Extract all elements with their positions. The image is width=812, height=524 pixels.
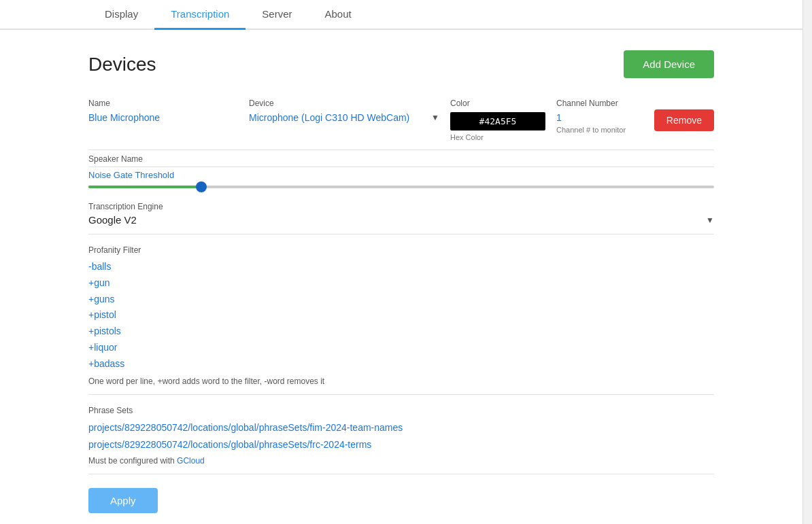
profanity-filter-label: Profanity Filter [88, 245, 714, 255]
device-label: Device [249, 99, 439, 108]
engine-label: Transcription Engine [88, 202, 714, 211]
phrase-list: projects/829228050742/locations/global/p… [88, 419, 714, 453]
list-item: -balls [88, 259, 714, 275]
tab-transcription[interactable]: Transcription [154, 0, 246, 30]
phrase-sets-hint: Must be configured with GCloud [88, 456, 714, 466]
chevron-down-icon: ▼ [431, 113, 439, 122]
list-item: +guns [88, 292, 714, 308]
slider-thumb[interactable] [196, 181, 207, 192]
tab-server[interactable]: Server [246, 0, 308, 30]
phrase-sets-section: Phrase Sets projects/829228050742/locati… [88, 406, 714, 474]
name-value: Blue Microphone [88, 112, 238, 123]
noise-gate-label: Noise Gate Threshold [88, 170, 714, 180]
main-content: Devices Add Device Name Blue Microphone … [0, 30, 802, 524]
tab-display[interactable]: Display [88, 0, 154, 30]
profanity-hint: One word per line, +word adds word to th… [88, 377, 714, 386]
channel-field: Channel Number 1 Channel # to monitor [556, 99, 638, 134]
engine-value: Google V2 [88, 214, 137, 226]
list-item: +badass [88, 356, 714, 372]
slider-fill [88, 186, 201, 188]
channel-value: 1 [556, 112, 638, 123]
engine-select-row[interactable]: Google V2 ▼ [88, 214, 714, 226]
color-label: Color [450, 99, 545, 108]
device-field: Device Microphone (Logi C310 HD WebCam) … [249, 99, 439, 123]
remove-button[interactable]: Remove [654, 109, 714, 131]
list-item: projects/829228050742/locations/global/p… [88, 436, 714, 453]
device-value: Microphone (Logi C310 HD WebCam) [249, 112, 423, 123]
list-item: +pistols [88, 324, 714, 340]
engine-chevron-icon: ▼ [706, 215, 714, 225]
gcloud-link[interactable]: GCloud [177, 456, 205, 466]
noise-gate-slider[interactable] [88, 186, 714, 188]
nav-tabs: Display Transcription Server About [0, 0, 812, 30]
name-field: Name Blue Microphone [88, 99, 238, 123]
page-title-row: Devices Add Device [88, 50, 714, 78]
apply-button[interactable]: Apply [88, 488, 158, 513]
name-label: Name [88, 99, 238, 108]
add-device-button[interactable]: Add Device [624, 50, 714, 78]
noise-gate-section: Noise Gate Threshold [88, 170, 714, 188]
speaker-name-label: Speaker Name [88, 154, 143, 164]
profanity-list: -balls +gun +guns +pistol +pistols +liqu… [88, 259, 714, 372]
list-item: +liquor [88, 340, 714, 356]
profanity-filter-section: Profanity Filter -balls +gun +guns +pist… [88, 245, 714, 395]
list-item: +pistol [88, 307, 714, 324]
device-select-wrapper[interactable]: Microphone (Logi C310 HD WebCam) ▼ [249, 112, 439, 123]
color-box[interactable]: #42A5F5 [450, 112, 545, 130]
hex-color-label: Hex Color [450, 133, 545, 141]
page-title: Devices [88, 54, 156, 75]
color-field: Color #42A5F5 Hex Color [450, 99, 545, 141]
speaker-name-row: Speaker Name [88, 153, 714, 167]
channel-sublabel: Channel # to monitor [556, 126, 638, 134]
list-item: +gun [88, 275, 714, 292]
device-row: Name Blue Microphone Device Microphone (… [88, 99, 714, 150]
scrollbar[interactable] [802, 0, 812, 524]
channel-label: Channel Number [556, 99, 638, 108]
color-value: #42A5F5 [479, 116, 517, 126]
transcription-engine-section: Transcription Engine Google V2 ▼ [88, 202, 714, 234]
list-item: projects/829228050742/locations/global/p… [88, 419, 714, 436]
phrase-sets-label: Phrase Sets [88, 406, 714, 415]
tab-about[interactable]: About [309, 0, 368, 30]
